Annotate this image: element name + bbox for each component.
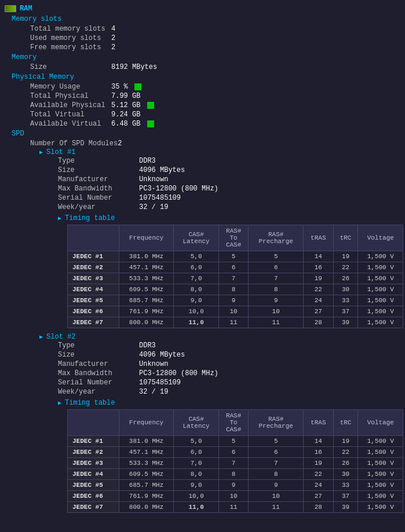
data-cell: 28 <box>304 317 334 328</box>
slot2-bw-value: PC3-12800 (800 MHz) <box>139 369 218 378</box>
slot2-mfr-label: Manufacturer <box>58 359 139 369</box>
slot2-type-label: Type <box>58 341 139 350</box>
data-cell: 5 <box>249 251 304 262</box>
spd-header[interactable]: SPD <box>12 130 403 138</box>
slot1-section: Slot #1 Type DDR3 Size 4096 MBytes Manuf… <box>30 148 403 328</box>
data-cell: 14 <box>304 436 334 447</box>
data-cell: 6,0 <box>174 447 218 458</box>
slot2-th-tras: tRAS <box>304 410 334 436</box>
memory-header[interactable]: Memory <box>12 53 403 61</box>
total-physical-row: Total Physical 7.99 GB <box>30 91 403 101</box>
memory-size-value: 8192 MBytes <box>111 63 157 72</box>
data-cell: 6,0 <box>174 262 218 273</box>
memory-content: Size 8192 MBytes <box>12 63 403 72</box>
data-cell: 10,0 <box>174 491 218 502</box>
table-row: JEDEC #1381.0 MHz5,05514191,500 V <box>68 436 403 447</box>
data-cell: 30 <box>333 469 358 480</box>
data-cell: 22 <box>304 469 334 480</box>
slot1-timing-table: Frequency CAS#Latency RAS#ToCAS# RAS#Pre… <box>67 225 403 328</box>
row-label-cell: JEDEC #1 <box>68 251 119 262</box>
data-cell: 7 <box>249 273 304 284</box>
slot1-timing-header[interactable]: Timing table <box>58 214 403 222</box>
data-cell: 8 <box>249 284 304 295</box>
slot2-size-row: Size 4096 MBytes <box>58 350 403 359</box>
slot2-serial-row: Serial Number 1075485109 <box>58 378 403 387</box>
slot2-serial-value: 1075485109 <box>139 378 181 387</box>
slot2-timing-table: Frequency CAS#Latency RAS#ToCAS# RAS#Pre… <box>67 409 403 513</box>
table-row: JEDEC #6761.9 MHz10,0101027371,500 V <box>68 306 403 317</box>
slot2-type-value: DDR3 <box>139 341 156 350</box>
slot2-section: Slot #2 Type DDR3 Size 4096 MBytes Manuf… <box>30 333 403 513</box>
data-cell: 16 <box>304 447 334 458</box>
slot2-th-ras-to-cas: RAS#ToCAS# <box>218 410 249 436</box>
data-cell: 33 <box>333 480 358 491</box>
data-cell: 1,500 V <box>358 284 403 295</box>
ram-title: RAM <box>20 5 32 13</box>
slot2-size-value: 4096 MBytes <box>139 350 185 359</box>
data-cell: 10 <box>249 306 304 317</box>
total-physical-value: 7.99 GB <box>111 91 140 101</box>
data-cell: 8 <box>218 469 249 480</box>
free-slots-label: Free memory slots <box>30 43 111 52</box>
ram-header[interactable]: RAM <box>2 5 403 13</box>
data-cell: 16 <box>304 262 334 273</box>
data-cell: 1,500 V <box>358 436 403 447</box>
table-row: JEDEC #5685.7 MHz9,09924331,500 V <box>68 480 403 491</box>
data-cell: 6 <box>218 447 249 458</box>
data-cell: 11 <box>218 317 249 328</box>
slot2-week-value: 32 / 19 <box>139 387 168 397</box>
table-row: JEDEC #4609.5 MHz8,08822301,500 V <box>68 284 403 295</box>
memory-slots-header[interactable]: Memory slots <box>12 15 403 23</box>
data-cell: 22 <box>333 447 358 458</box>
slot1-bw-label: Max Bandwidth <box>58 184 139 193</box>
data-cell: 6 <box>218 262 249 273</box>
data-cell: 9 <box>249 295 304 306</box>
memory-usage-indicator <box>134 83 141 90</box>
data-cell: 27 <box>304 306 334 317</box>
slot1-mfr-row: Manufacturer Unknown <box>58 175 403 184</box>
slot2-timing-header[interactable]: Timing table <box>58 399 403 407</box>
row-label-cell: JEDEC #6 <box>68 306 119 317</box>
row-label-cell: JEDEC #4 <box>68 469 119 480</box>
data-cell: 19 <box>333 436 358 447</box>
data-cell: 22 <box>333 262 358 273</box>
slot1-type-value: DDR3 <box>139 156 156 166</box>
slot2-th-cas: CAS#Latency <box>174 410 218 436</box>
row-label-cell: JEDEC #1 <box>68 436 119 447</box>
data-cell: 28 <box>304 502 334 513</box>
data-cell: 26 <box>333 458 358 469</box>
data-cell: 9 <box>218 295 249 306</box>
data-cell: 457.1 MHz <box>119 447 174 458</box>
free-slots-row: Free memory slots 2 <box>30 43 403 52</box>
data-cell: 26 <box>333 273 358 284</box>
slot1-th-ras-pre: RAS#Precharge <box>249 225 304 251</box>
slot1-timing-thead-row: Frequency CAS#Latency RAS#ToCAS# RAS#Pre… <box>68 225 403 251</box>
slot2-bw-row: Max Bandwidth PC3-12800 (800 MHz) <box>58 369 403 378</box>
slot1-header[interactable]: Slot #1 <box>39 148 403 156</box>
data-cell: 11 <box>218 502 249 513</box>
slot2-timing-thead-row: Frequency CAS#Latency RAS#ToCAS# RAS#Pre… <box>68 410 403 436</box>
slot2-header[interactable]: Slot #2 <box>39 333 403 341</box>
slot2-th-ras-pre: RAS#Precharge <box>249 410 304 436</box>
slot2-th-voltage: Voltage <box>358 410 403 436</box>
slot1-week-row: Week/year 32 / 19 <box>58 203 403 212</box>
physical-memory-header[interactable]: Physical Memory <box>12 73 403 81</box>
memory-size-row: Size 8192 MBytes <box>30 63 403 72</box>
data-cell: 1,500 V <box>358 491 403 502</box>
available-physical-indicator <box>147 102 154 109</box>
data-cell: 609.5 MHz <box>119 469 174 480</box>
slot1-bw-value: PC3-12800 (800 MHz) <box>139 184 218 193</box>
row-label-cell: JEDEC #6 <box>68 491 119 502</box>
total-slots-label: Total memory slots <box>30 24 111 34</box>
row-label-cell: JEDEC #5 <box>68 295 119 306</box>
data-cell: 37 <box>333 491 358 502</box>
table-row: JEDEC #4609.5 MHz8,08822301,500 V <box>68 469 403 480</box>
total-virtual-value: 9.24 GB <box>111 110 140 119</box>
data-cell: 8 <box>249 469 304 480</box>
data-cell: 22 <box>304 284 334 295</box>
data-cell: 39 <box>333 502 358 513</box>
data-cell: 39 <box>333 317 358 328</box>
data-cell: 30 <box>333 284 358 295</box>
data-cell: 7 <box>218 458 249 469</box>
slot1-serial-value: 1075485109 <box>139 193 181 203</box>
